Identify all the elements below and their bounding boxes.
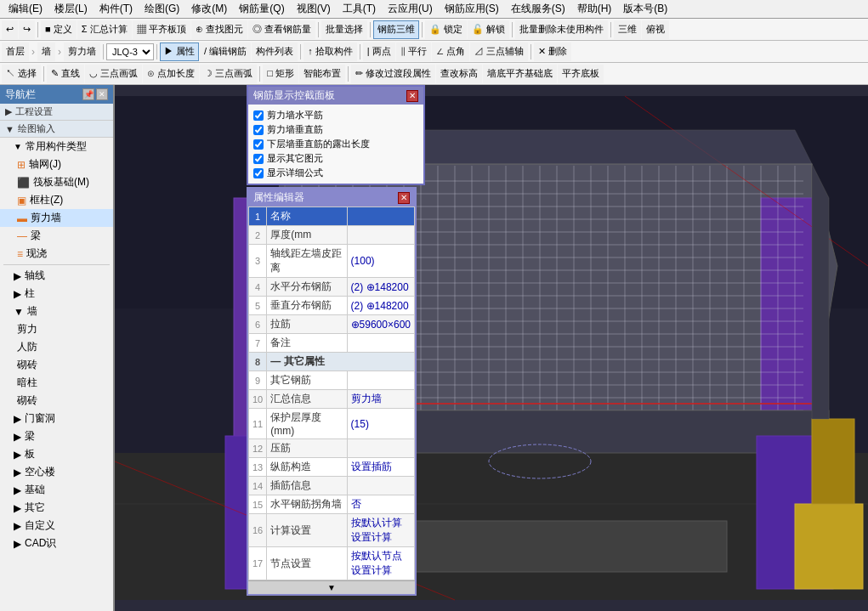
popup-close-btn[interactable]: ✕ [406,90,418,102]
edit-rebar-btn[interactable]: / 编辑钢筋 [200,42,251,61]
menu-view[interactable]: 视图(V) [292,0,336,18]
rebar-3d-btn[interactable]: 钢筋三维 [373,20,419,39]
align-foundation-btn[interactable]: 墙底平齐基础底 [483,65,557,83]
nav-raft[interactable]: ⬛ 筏板基础(M) [0,173,113,191]
define-btn[interactable]: ■ 定义 [41,20,77,39]
menu-rebar-qty[interactable]: 钢筋量(Q) [234,0,289,18]
prop-row-3[interactable]: 3 轴线距左墙皮距离 (100) [249,245,415,278]
rect-btn[interactable]: □ 矩形 [263,65,298,83]
prop-row-1[interactable]: 1 名称 [249,207,415,226]
menu-draw[interactable]: 绘图(G) [139,0,184,18]
prop-row-14[interactable]: 14 插筋信息 [249,477,415,495]
prop-row-12[interactable]: 12 压筋 [249,439,415,458]
view-rebar-btn[interactable]: ◎ 查看钢筋量 [248,20,315,39]
batch-select-btn[interactable]: 批量选择 [321,20,367,39]
prop-row-8[interactable]: 8 — 其它属性 [249,353,415,371]
menu-modify[interactable]: 修改(M) [186,0,232,18]
prop-row-4[interactable]: 4 水平分布钢筋 (2) ⊕148200 [249,278,415,297]
nav-hollow-slab[interactable]: ▶ 空心楼 [0,463,113,481]
nav-slab-group[interactable]: ▶ 板 [0,445,113,463]
cb-detail-formula[interactable] [253,168,264,178]
nav-cast[interactable]: ≡ 现浇 [0,245,113,263]
prop-row-10[interactable]: 10 汇总信息 剪力墙 [249,390,415,409]
cb-vert-rebar[interactable] [253,125,264,135]
nav-door-window[interactable]: ▶ 门窗洞 [0,410,113,427]
modify-transition-btn[interactable]: ✏ 修改过渡段属性 [351,65,435,83]
nav-common-types[interactable]: ▼ 常用构件类型 [0,138,113,156]
unlock-btn[interactable]: 🔓 解锁 [468,20,509,39]
prop-table-scroll[interactable]: 1 名称 2 厚度(mm 3 轴线距左墙皮距离 (100) 4 水平分布钢筋 (… [248,206,415,580]
nav-axis[interactable]: ⊞ 轴网(J) [0,156,113,173]
nav-col-group[interactable]: ▶ 柱 [0,285,113,303]
nav-hidden-col[interactable]: 暗柱 [0,374,113,392]
nav-civil-def[interactable]: 人防 [0,338,113,356]
delete-btn2[interactable]: ✕ 删除 [534,42,571,61]
cb-expose-len[interactable] [253,139,264,150]
top-view-btn[interactable]: 俯视 [642,20,669,39]
nav-others[interactable]: ▶ 其它 [0,499,113,517]
parallel-btn[interactable]: ∥ 平行 [396,42,431,61]
nav-draw-input[interactable]: ▼ 绘图输入 [0,121,113,138]
nav-brick[interactable]: 砌砖 [0,356,113,374]
cb-other-elements[interactable] [253,154,264,164]
menu-help[interactable]: 帮助(H) [572,0,617,18]
lock-btn[interactable]: 🔒 锁定 [425,20,467,39]
prop-row-5[interactable]: 5 垂直分布钢筋 (2) ⊕148200 [249,297,415,315]
prop-row-6[interactable]: 6 拉筋 ⊕59600×600 [249,315,415,334]
prop-row-11[interactable]: 11 保护层厚度(mm) (15) [249,409,415,439]
nav-brick2[interactable]: 砌砖 [0,392,113,410]
align-btn[interactable]: ▦ 平齐板顶 [133,20,190,39]
prop-row-15[interactable]: 15 水平钢筋拐角墙 否 [249,495,415,514]
menu-component[interactable]: 构件(T) [94,0,138,18]
3d-btn[interactable]: 三维 [614,20,641,39]
prop-editor-close[interactable]: ✕ [398,192,410,204]
menu-version[interactable]: 版本号(B) [618,0,672,18]
check-elevation-btn[interactable]: 查改标高 [436,65,482,83]
nav-beam[interactable]: — 梁 [0,227,113,245]
nav-close-btn[interactable]: ✕ [96,88,108,100]
redo-btn[interactable]: ↪ [19,20,35,39]
props-btn[interactable]: ▶ 属性 [160,42,199,61]
menu-floor[interactable]: 楼层(L) [49,0,93,18]
sum-btn[interactable]: Σ 汇总计算 [77,20,132,39]
nav-axis-group[interactable]: ▶ 轴线 [0,267,113,285]
prop-row-2[interactable]: 2 厚度(mm [249,226,415,245]
prop-row-17[interactable]: 17 节点设置 按默认节点设置计算 [249,547,415,580]
three-point-axis-btn[interactable]: ⊿ 三点辅轴 [470,42,528,61]
menu-edit[interactable]: 编辑(E) [3,0,48,18]
nav-custom[interactable]: ▶ 自定义 [0,517,113,535]
two-point-btn[interactable]: | 两点 [363,42,395,61]
nav-column[interactable]: ▣ 框柱(Z) [0,191,113,209]
prop-row-7[interactable]: 7 备注 [249,334,415,353]
cb-horiz-rebar[interactable] [253,110,264,121]
prop-row-13[interactable]: 13 纵筋构造 设置插筋 [249,458,415,477]
smart-layout-btn[interactable]: 智能布置 [299,65,345,83]
three-point-arc-btn[interactable]: ☽ 三点画弧 [200,65,257,83]
pick-component-btn[interactable]: ↑ 拾取构件 [304,42,357,61]
prop-row-16[interactable]: 16 计算设置 按默认计算设置计算 [249,514,415,547]
undo-btn[interactable]: ↩ [2,20,18,39]
scroll-down-arrow[interactable]: ▼ [248,580,415,594]
menu-online[interactable]: 在线服务(S) [506,0,570,18]
point-length-btn[interactable]: ⊙ 点加长度 [143,65,199,83]
nav-foundation[interactable]: ▶ 基础 [0,481,113,499]
arc-btn[interactable]: ◡ 三点画弧 [85,65,142,83]
select-btn[interactable]: ↖ 选择 [2,65,41,83]
nav-cad-rec[interactable]: ▶ CAD识 [0,535,113,552]
component-list-btn[interactable]: 构件列表 [252,42,298,61]
menu-cloud[interactable]: 云应用(U) [383,0,438,18]
delete-unused-btn[interactable]: 批量删除未使用构件 [515,20,608,39]
nav-shearwall[interactable]: ▬ 剪力墙 [0,209,113,227]
point-angle-btn[interactable]: ∠ 点角 [432,42,469,61]
nav-wall-group[interactable]: ▼ 墙 [0,303,113,320]
nav-shear-sub[interactable]: 剪力 [0,320,113,338]
align-slab-btn[interactable]: 平齐底板 [558,65,604,83]
menu-tools[interactable]: 工具(T) [338,0,381,18]
nav-pin-btn[interactable]: 📌 [82,88,94,100]
nav-beam-group[interactable]: ▶ 梁 [0,427,113,445]
menu-rebar-app[interactable]: 钢筋应用(S) [440,0,504,18]
find-btn[interactable]: ⊕ 查找图元 [191,20,247,39]
prop-row-9[interactable]: 9 其它钢筋 [249,371,415,390]
line-btn[interactable]: ✎ 直线 [47,65,84,83]
nav-project-settings[interactable]: ▶ 工程设置 [0,104,113,121]
